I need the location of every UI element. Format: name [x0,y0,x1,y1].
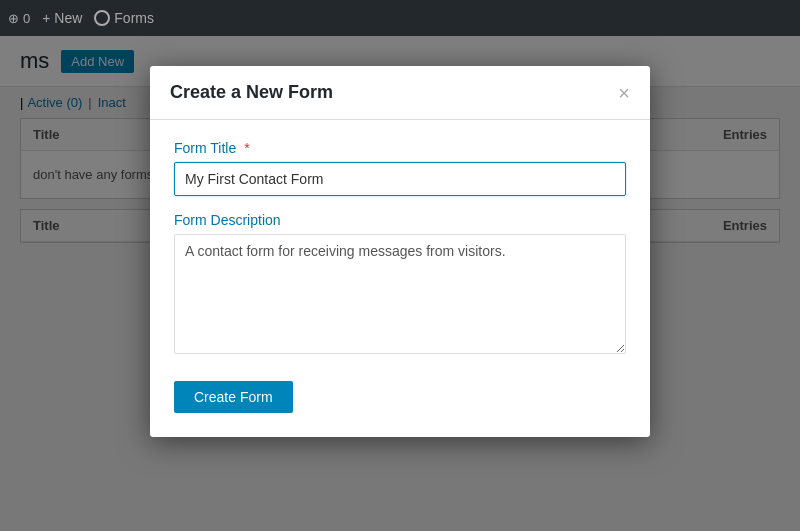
admin-bar: ⊕ 0 + New Forms [0,0,800,36]
modal-body: Form Title * Form Description Create For… [150,120,650,437]
modal-title: Create a New Form [170,82,333,103]
form-description-group: Form Description [174,212,626,357]
modal-close-button[interactable]: × [618,83,630,103]
modal-header: Create a New Form × [150,66,650,120]
modal-overlay: Create a New Form × Form Title * Form De… [0,36,800,531]
forms-label: Forms [114,10,154,26]
form-title-label: Form Title * [174,140,626,156]
create-form-button[interactable]: Create Form [174,381,293,413]
admin-count-label: 0 [23,11,30,26]
admin-bar-forms[interactable]: Forms [94,10,154,26]
admin-count-icon: ⊕ [8,11,19,26]
admin-bar-new-button[interactable]: + New [42,10,82,26]
form-title-input[interactable] [174,162,626,196]
create-form-modal: Create a New Form × Form Title * Form De… [150,66,650,437]
required-marker: * [244,140,249,156]
forms-icon [94,10,110,26]
form-title-group: Form Title * [174,140,626,196]
admin-bar-count: ⊕ 0 [8,11,30,26]
form-description-label: Form Description [174,212,626,228]
form-description-textarea[interactable] [174,234,626,354]
main-content: ms Add New | Active (0) | Inact Title En… [0,36,800,531]
new-label: + New [42,10,82,26]
